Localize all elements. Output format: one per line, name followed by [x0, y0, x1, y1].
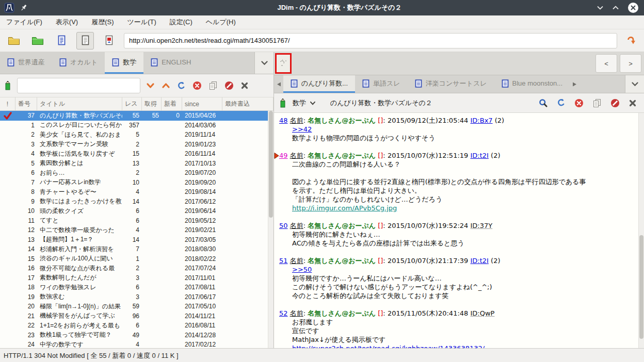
minimize-button[interactable] [597, 5, 604, 10]
column-header-6[interactable]: since [182, 97, 222, 110]
url-input[interactable] [124, 33, 617, 48]
thread-list-row[interactable]: 18 ワイの数学勉強スレ 6 2017/08/11 [0, 283, 268, 292]
pin-icon[interactable] [20, 4, 28, 12]
search-button[interactable] [539, 98, 548, 108]
thread-list-row[interactable]: 9 数学にはまったきっかけを教 14 2017/06/12 [0, 197, 268, 207]
thread-list-row[interactable]: 23 数検1級って独学で可能？ 49 2014/12/28 [0, 331, 268, 340]
board-tab-3[interactable]: ENGLISH [143, 52, 198, 74]
post-id-link[interactable]: ID:Bx7 [470, 117, 492, 124]
board-tab-2[interactable]: 数学 [105, 52, 143, 74]
close-button[interactable] [627, 2, 639, 13]
pencil-icon[interactable] [4, 80, 11, 91]
stop-button[interactable] [574, 98, 584, 108]
post-number-link[interactable]: 51 [279, 257, 288, 265]
column-header-0[interactable]: ! [0, 97, 15, 110]
stop-button[interactable] [192, 81, 202, 90]
thread-tab-0[interactable]: のんびり算数... [283, 75, 355, 93]
block-button[interactable] [610, 98, 620, 108]
post-link[interactable]: >>50 [292, 266, 312, 273]
image-view-button[interactable] [100, 32, 118, 50]
thread-list-row[interactable]: 17 素数解明したんだが 3 2017/11/01 [0, 273, 268, 283]
prev-image-button[interactable]: < [595, 54, 617, 73]
menu-item-0[interactable]: ファイル(F) [6, 18, 42, 27]
menu-item-2[interactable]: 履歴(S) [91, 18, 114, 27]
post-number-link[interactable]: 52 [279, 309, 288, 317]
thread-list-row[interactable]: 13 【超難問】1＋1=？ 14 2017/03/05 [0, 235, 268, 245]
column-header-2[interactable]: タイトル [37, 97, 122, 110]
thread-tab-2[interactable]: 洋楽コンサートスレ [408, 75, 494, 93]
post-name-label[interactable]: 名前 [290, 309, 303, 317]
thread-tab-1[interactable]: 単語スレ [355, 75, 408, 93]
close-button[interactable] [240, 81, 249, 90]
post-number-link[interactable]: 48 [279, 117, 288, 124]
post-name-label[interactable]: 名前 [290, 152, 303, 159]
menu-item-1[interactable]: 表示(V) [56, 18, 78, 27]
close-button[interactable] [629, 99, 637, 107]
block-button[interactable] [224, 81, 234, 90]
post-link[interactable]: >>42 [292, 125, 312, 133]
folder-closed-button[interactable] [5, 32, 23, 50]
thread-list-row[interactable]: 11 てすと 6 2019/05/12 [0, 216, 268, 226]
column-header-7[interactable]: 最終書込 [222, 97, 273, 110]
column-header-3[interactable]: レス [122, 97, 142, 110]
thread-list-row[interactable]: 10 頭の柔軟クイズ 6 2019/06/14 [0, 206, 268, 216]
thread-list-row[interactable]: 19 数強求む 3 2017/06/17 [0, 292, 268, 302]
image-tab-thumbnail[interactable] [275, 53, 292, 74]
thread-list-row[interactable]: 15 渋谷のギャル100人に聞い 1 2018/02/22 [0, 254, 268, 264]
reload-button[interactable] [557, 98, 566, 107]
column-header-4[interactable]: 取得 [142, 97, 162, 110]
column-header-1[interactable]: 番号 [15, 97, 37, 110]
pencil-icon[interactable] [279, 98, 286, 108]
thread-list-row[interactable]: 14 杉浦解析入門・解析演習を 7 2018/08/30 [0, 244, 268, 254]
tab-scroll-left-button[interactable] [274, 75, 283, 93]
menu-item-5[interactable]: ヘルプ(H) [206, 18, 236, 27]
thread-view-scrollbar-thumb[interactable] [639, 235, 643, 339]
post-id-link[interactable]: ID:t2I [470, 152, 488, 159]
post-id-link[interactable]: ID:t2I [470, 257, 488, 265]
thread-list-row[interactable]: 2 美少女「ほら見て、私のおま 5 2019/11/14 [0, 130, 268, 140]
thread-list-row[interactable]: 20 極限「lim[n→1-0](n)」の結果 59 2017/05/10 [0, 302, 268, 311]
thread-list-row[interactable]: 8 青チャートやるぞ〜 4 2019/08/14 [0, 187, 268, 197]
board-list-button[interactable] [53, 32, 70, 50]
thread-list-scrollbar[interactable] [268, 111, 273, 348]
post-link[interactable]: http://super2ch.net/test/read.cgi/kqbbzo… [292, 344, 485, 348]
column-header-5[interactable]: 新着 [162, 97, 182, 110]
scroll-down-button[interactable] [146, 81, 155, 90]
thread-list-header[interactable]: !番号タイトルレス取得新着since最終書込 [0, 97, 273, 111]
maximize-button[interactable] [612, 5, 619, 10]
thread-view-button[interactable] [76, 32, 94, 50]
post-name-label[interactable]: 名前 [290, 257, 303, 265]
thread-tab-list-button[interactable] [625, 75, 644, 93]
thread-list-scrollbar-thumb[interactable] [269, 111, 273, 218]
board-tab-0[interactable]: 世界遺産 [0, 52, 52, 74]
thread-list-row[interactable]: 3 文系数学でマーカン受験 2 2019/01/23 [0, 140, 268, 150]
next-image-button[interactable]: > [620, 54, 641, 73]
menu-item-3[interactable]: ツール(T) [127, 18, 156, 27]
open-url-button[interactable] [622, 32, 641, 50]
thread-list-row[interactable]: 5 素因数分解とは 13 2017/10/13 [0, 159, 268, 169]
copy-button[interactable] [592, 98, 602, 108]
board-select[interactable]: 数学 [293, 98, 316, 108]
post-number-link[interactable]: 49 [279, 152, 288, 159]
post-visited-link[interactable]: http://i.imgur.com/APvb5Cg.jpg [292, 204, 397, 212]
thread-view-scrollbar[interactable] [638, 113, 644, 348]
reload-button[interactable] [177, 81, 186, 90]
folder-open-button[interactable] [29, 32, 46, 50]
scroll-up-button[interactable] [162, 81, 170, 90]
thread-list-row[interactable]: 4 数学板に活気を取り戻すぞ 15 2016/11/14 [0, 149, 268, 159]
thread-list-row[interactable]: 37 のんびり算数・数学パズルその２ 55 55 0 2015/04/26 [0, 111, 268, 121]
post-number-link[interactable]: 50 [279, 222, 288, 229]
thread-list-row[interactable]: 6 お前ら… 2 2019/07/20 [0, 168, 268, 178]
menu-item-4[interactable]: 設定(C) [170, 18, 192, 27]
board-tab-1[interactable]: オカルト [52, 52, 105, 74]
post-name-label[interactable]: 名前 [290, 117, 303, 124]
thread-list-row[interactable]: 16 微分不可能な点が表れる最 2 2017/07/24 [0, 264, 268, 273]
thread-list-row[interactable]: 22 1+1=2をお前らが考える最も 6 2016/08/11 [0, 321, 268, 331]
thread-list-row[interactable]: 7 バナー応募スレin数学 10 2019/09/20 [0, 178, 268, 188]
tab-scroll-right-button[interactable] [570, 75, 579, 93]
copy-button[interactable] [208, 81, 218, 90]
board-search-input[interactable] [17, 78, 140, 93]
thread-list-row[interactable]: 21 機械学習をがんばって学ぶ 96 2014/11/21 [0, 311, 268, 321]
post-name-label[interactable]: 名前 [290, 222, 303, 229]
thread-tab-3[interactable]: Blue moonston... [494, 75, 570, 93]
